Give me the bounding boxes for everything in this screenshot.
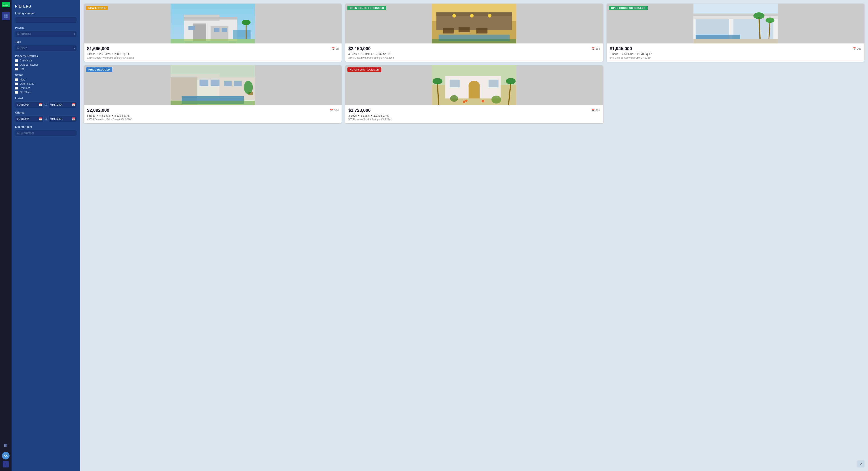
listed-label: Listed [15,97,77,100]
feature-central-air-checkbox[interactable] [15,59,18,62]
status-no-offers[interactable]: No offers [15,91,77,94]
status-new[interactable]: New [15,78,77,81]
listing-address-5: 567 Fountain St, Hot Springs, CA 92241 [348,118,600,121]
priority-select[interactable]: All priorities High Medium Low [15,31,77,37]
main-content: NEW LISTING $1,695,000 📅 2d 3 Beds • 2.5… [80,0,868,471]
feature-pool[interactable]: Pool [15,67,77,70]
offered-section: Offered 📅 to 📅 [15,111,77,122]
svg-point-7 [5,444,6,445]
listing-days-value-1: 2d [336,47,339,51]
listing-details-3: 3 Beds • 2.5 Baths • 2,178 Sq. Ft. [610,53,861,56]
svg-rect-27 [171,39,255,43]
status-reduced[interactable]: Reduced [15,87,77,90]
svg-point-10 [5,445,6,446]
listing-image-3: OPEN HOUSE SCHEDULED [607,4,864,43]
status-new-checkbox[interactable] [15,78,18,81]
listing-price-4: $2,092,000 [87,108,109,113]
listing-days-1: 📅 2d [332,47,339,51]
filters-title: FILTERS [15,4,77,8]
svg-point-76 [450,95,458,102]
listing-image-5: NO OFFERS RECEIVED [345,65,603,105]
apps-icon[interactable] [2,441,10,449]
listing-price-1: $1,695,000 [87,46,109,51]
offered-to-input[interactable] [49,115,77,122]
svg-point-9 [4,445,5,446]
listing-card-5[interactable]: NO OFFERS RECEIVED $1,723,000 📅 42d 3 Be… [345,65,603,123]
type-section: Type All types House Condo Townhouse [15,40,77,52]
nav-icon-grid[interactable] [2,12,10,20]
listed-from-input[interactable] [15,101,43,108]
listing-body-5: $1,723,000 📅 42d 3 Beds • 3 Baths • 2,23… [345,105,603,123]
listing-number-input[interactable] [15,16,77,23]
type-select[interactable]: All types House Condo Townhouse [15,45,77,52]
feature-outdoor-kitchen[interactable]: Outdoor kitchen [15,63,77,66]
listing-card-4[interactable]: PRICE REDUCED $2,092,000 📅 33d 5 Beds • … [84,65,342,123]
svg-rect-4 [4,16,5,18]
svg-point-69 [469,81,480,90]
svg-rect-32 [443,28,454,33]
feature-central-air-label: Central air [20,59,32,62]
svg-point-75 [506,78,516,84]
svg-rect-57 [199,79,209,86]
listed-section: Listed 📅 to 📅 [15,97,77,108]
listing-card-1[interactable]: NEW LISTING $1,695,000 📅 2d 3 Beds • 2.5… [84,4,342,62]
listing-number-section: Listing Number [15,12,77,23]
listed-to-label: to [45,103,47,106]
listing-days-2: 📅 15d [591,47,600,51]
days-calendar-icon-5: 📅 [591,109,595,112]
listing-agent-label: Listing Agent [15,125,77,128]
status-open-house[interactable]: Open house [15,82,77,86]
feature-outdoor-kitchen-label: Outdoor kitchen [20,63,39,66]
svg-text:appian: appian [3,4,8,6]
status-reduced-checkbox[interactable] [15,87,18,90]
listing-badge-5: NO OFFERS RECEIVED [347,67,381,72]
svg-rect-21 [188,26,195,30]
listing-details-1: 3 Beds • 2.5 Baths • 2,403 Sq. Ft. [87,53,339,56]
days-calendar-icon-4: 📅 [330,109,333,112]
status-section: Status New Open house Reduced No offers [15,74,77,94]
listing-days-value-4: 33d [334,109,339,112]
svg-rect-39 [432,39,516,43]
feature-central-air[interactable]: Central air [15,59,77,62]
listed-to-input[interactable] [49,101,77,108]
listing-price-2: $2,150,000 [348,46,371,51]
svg-point-6 [4,444,5,445]
svg-rect-5 [6,16,7,18]
svg-point-37 [488,14,492,18]
bottom-expand-button[interactable]: ⤢ [857,460,864,467]
priority-label: Priority [15,26,77,29]
svg-point-79 [465,100,467,102]
svg-point-11 [6,445,7,446]
listing-image-2: OPEN HOUSE SCHEDULED [345,4,603,43]
listing-price-5: $1,723,000 [348,108,371,113]
svg-rect-33 [459,27,470,32]
listing-badge-2: OPEN HOUSE SCHEDULED [347,6,386,10]
listings-grid: NEW LISTING $1,695,000 📅 2d 3 Beds • 2.5… [84,4,864,123]
filters-panel: FILTERS Listing Number Priority All prio… [11,0,80,471]
listing-badge-1: NEW LISTING [86,6,108,10]
appian-logo[interactable]: appian [2,2,10,8]
appian-sidebar: appian AK › [0,0,11,471]
svg-rect-60 [234,81,242,86]
status-open-house-checkbox[interactable] [15,82,18,86]
listing-image-1: NEW LISTING [84,4,342,43]
feature-outdoor-kitchen-checkbox[interactable] [15,63,18,66]
listing-price-3: $1,945,000 [610,46,632,51]
user-avatar[interactable]: AK [2,452,9,460]
svg-rect-58 [211,79,220,86]
listing-address-4: 45678 Desert Ln, Palm Desert, CA 92260 [87,118,339,121]
svg-rect-24 [233,30,251,39]
offered-from-input[interactable] [15,115,43,122]
listing-card-2[interactable]: OPEN HOUSE SCHEDULED $2,150,000 📅 15d 4 … [345,4,603,62]
svg-rect-20 [184,17,237,20]
sidebar-expand-button[interactable]: › [3,461,9,467]
status-no-offers-checkbox[interactable] [15,91,18,94]
listing-body-1: $1,695,000 📅 2d 3 Beds • 2.5 Baths • 2,4… [84,43,342,62]
feature-pool-checkbox[interactable] [15,68,18,70]
listing-details-4: 5 Beds • 4.5 Baths • 3,219 Sq. Ft. [87,114,339,117]
svg-point-35 [453,14,456,18]
listing-card-3[interactable]: OPEN HOUSE SCHEDULED $1,945,000 📅 26d 3 … [607,4,864,62]
listing-address-2: 2345 Mesa Blvd, Palm Springs, CA 92264 [348,56,600,59]
svg-point-64 [244,81,253,94]
listing-agent-input[interactable] [15,130,77,136]
